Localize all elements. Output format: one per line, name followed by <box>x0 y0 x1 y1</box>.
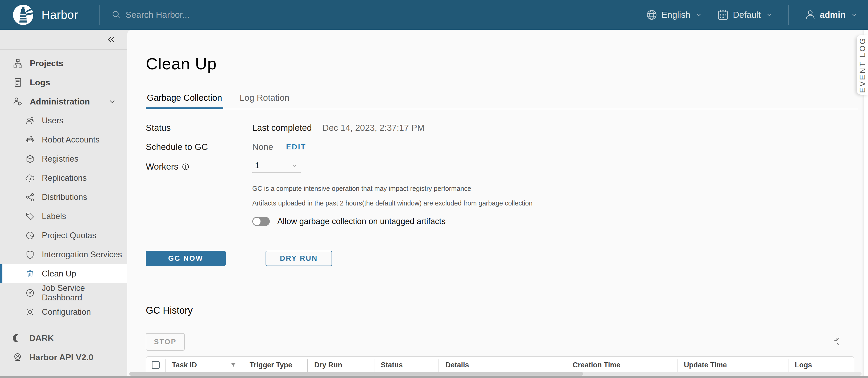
sidebar-item-users[interactable]: Users <box>0 111 127 130</box>
column-header-dry-run[interactable]: Dry Run <box>307 357 374 373</box>
calendar-icon <box>717 9 729 21</box>
workers-select[interactable]: 1 <box>252 160 301 173</box>
untagged-artifacts-toggle[interactable] <box>252 217 270 226</box>
select-all-checkbox[interactable] <box>152 361 160 369</box>
sidebar-item-registries[interactable]: Registries <box>0 149 127 169</box>
dry-run-button[interactable]: DRY RUN <box>266 251 332 266</box>
api-icon <box>13 352 22 362</box>
main-content: Clean Up Garbage Collection Log Rotation… <box>127 30 868 378</box>
administration-subnav: Users Robot Accounts <box>0 111 127 322</box>
sidebar-item-clean-up[interactable]: Clean Up <box>0 264 127 283</box>
chevron-down-icon <box>291 162 298 169</box>
sidebar-item-robot-accounts[interactable]: Robot Accounts <box>0 130 127 149</box>
gc-history-title: GC History <box>146 305 868 316</box>
sidebar-item-interrogation-services[interactable]: Interrogation Services <box>0 245 127 264</box>
user-menu[interactable]: admin <box>804 9 858 21</box>
edit-schedule-link[interactable]: EDIT <box>286 143 306 151</box>
user-icon <box>804 9 816 21</box>
sidebar-item-label: Interrogation Services <box>42 250 122 260</box>
collapse-sidebar-icon[interactable] <box>106 34 117 45</box>
gc-actions: GC NOW DRY RUN <box>146 251 868 266</box>
column-header-update-time[interactable]: Update Time <box>677 357 788 373</box>
sidebar-nav: Projects Logs <box>0 50 127 367</box>
sidebar-item-logs[interactable]: Logs <box>0 73 127 92</box>
workers-value: 1 <box>255 161 259 170</box>
users-icon <box>25 116 35 126</box>
column-header-task-id[interactable]: Task ID <box>165 357 243 373</box>
gc-now-button[interactable]: GC NOW <box>146 251 226 266</box>
workers-label-wrap: Workers <box>146 162 252 172</box>
sidebar-item-project-quotas[interactable]: Project Quotas <box>0 226 127 245</box>
untagged-toggle-row: Allow garbage collection on untagged art… <box>252 217 868 226</box>
globe-icon <box>646 9 658 21</box>
history-toolbar: STOP <box>146 333 839 351</box>
theme-toggle-label: DARK <box>29 333 54 343</box>
chevron-down-icon <box>850 11 858 19</box>
sidebar-item-label: Labels <box>42 212 66 221</box>
brand[interactable]: Harbor <box>0 3 99 26</box>
refresh-icon[interactable] <box>827 336 839 348</box>
gc-note-window: Artifacts uploaded in the past 2 hours(t… <box>252 199 868 207</box>
untagged-toggle-label: Allow garbage collection on untagged art… <box>277 217 445 226</box>
window-bottom-scrollbar[interactable] <box>0 376 868 378</box>
column-header-status[interactable]: Status <box>374 357 438 373</box>
moon-icon <box>13 333 22 343</box>
schedule-value: None <box>252 142 273 152</box>
sidebar-item-harbor-api[interactable]: Harbor API V2.0 <box>0 348 127 367</box>
status-value: Dec 14, 2023, 2:37:17 PM <box>322 123 425 133</box>
clean-up-icon <box>25 269 35 279</box>
horizontal-scrollbar[interactable] <box>129 372 862 376</box>
sidebar-item-label: Clean Up <box>42 269 76 279</box>
scrollbar-thumb[interactable] <box>129 372 583 376</box>
sidebar-item-distributions[interactable]: Distributions <box>0 188 127 207</box>
sidebar-item-labels[interactable]: Labels <box>0 207 127 226</box>
status-row: Status Last completed Dec 14, 2023, 2:37… <box>146 122 868 134</box>
info-icon[interactable] <box>182 163 190 171</box>
robot-accounts-icon <box>25 135 35 145</box>
sidebar-item-label: Replications <box>42 173 87 183</box>
column-header-trigger-type[interactable]: Trigger Type <box>243 357 307 373</box>
tab-log-rotation[interactable]: Log Rotation <box>239 93 290 109</box>
column-label: Creation Time <box>572 361 621 369</box>
header-divider <box>99 5 99 25</box>
column-label: Task ID <box>172 361 197 369</box>
sidebar-item-job-service-dashboard[interactable]: Job Service Dashboard <box>0 283 127 303</box>
sidebar-bottom: DARK Harbor API V2.0 <box>0 329 127 367</box>
sidebar-item-projects[interactable]: Projects <box>0 54 127 73</box>
sidebar-item-label: Job Service Dashboard <box>42 283 127 303</box>
schedule-label: Schedule to GC <box>146 142 252 152</box>
workers-label: Workers <box>146 162 178 172</box>
tab-garbage-collection[interactable]: Garbage Collection <box>146 93 223 109</box>
sidebar-item-label: Configuration <box>42 307 91 317</box>
sidebar-item-label: Distributions <box>42 193 87 202</box>
event-log-tab[interactable]: EVENT LOG <box>857 35 868 95</box>
sidebar-item-replications[interactable]: Replications <box>0 169 127 188</box>
column-header-creation-time[interactable]: Creation Time <box>566 357 677 373</box>
toggle-knob <box>253 218 260 225</box>
page-title: Clean Up <box>146 54 868 73</box>
search-box <box>111 9 296 20</box>
theme-toggle-dark[interactable]: DARK <box>0 329 127 348</box>
column-label: Trigger Type <box>250 361 292 369</box>
stop-button[interactable]: STOP <box>146 333 185 351</box>
sidebar-item-label: Robot Accounts <box>42 135 99 145</box>
sidebar-item-administration[interactable]: Administration <box>0 92 127 111</box>
replications-icon <box>25 173 35 183</box>
main-row: Projects Logs <box>0 30 868 378</box>
sidebar-item-label: Projects <box>30 59 63 68</box>
column-header-details[interactable]: Details <box>438 357 566 373</box>
job-service-dashboard-icon <box>25 288 35 298</box>
search-input[interactable] <box>126 10 296 20</box>
column-header-logs[interactable]: Logs <box>788 357 854 373</box>
app-header: Harbor <box>0 0 868 30</box>
datetime-menu[interactable]: Default <box>717 9 773 21</box>
sidebar-collapse-row <box>0 30 127 50</box>
distributions-icon <box>25 193 35 202</box>
language-menu[interactable]: English <box>646 9 703 21</box>
labels-icon <box>25 212 35 221</box>
header-divider <box>788 5 789 25</box>
sidebar-item-configuration[interactable]: Configuration <box>0 303 127 322</box>
header-actions: English <box>646 5 868 25</box>
filter-icon[interactable] <box>230 362 237 369</box>
sidebar: Projects Logs <box>0 30 127 378</box>
